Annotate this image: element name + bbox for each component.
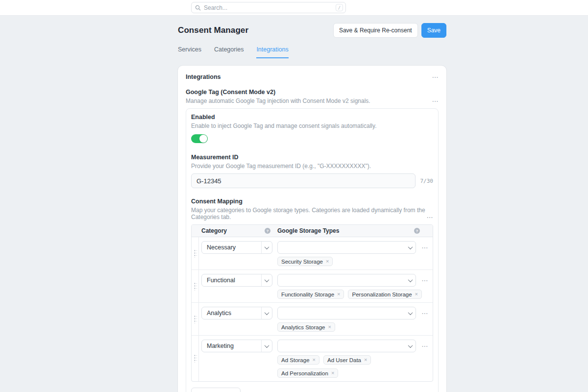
tab-bar: Services Categories Integrations <box>178 46 446 58</box>
tab-categories[interactable]: Categories <box>214 46 244 58</box>
storage-types-select[interactable] <box>277 241 416 254</box>
consent-mapping-field: Consent Mapping Map your categories to G… <box>191 198 433 392</box>
topbar: / <box>0 0 588 16</box>
category-select[interactable]: Marketing <box>201 340 272 352</box>
storage-type-chip: Personalization Storage× <box>348 290 422 299</box>
tab-integrations[interactable]: Integrations <box>256 46 288 58</box>
slash-shortcut-badge: / <box>336 4 343 11</box>
remove-chip-icon[interactable]: × <box>328 324 331 330</box>
storage-help-icon[interactable]: ? <box>414 228 420 234</box>
enabled-description: Enable to inject Google Tag and manage c… <box>191 122 433 129</box>
category-help-icon[interactable]: ? <box>265 228 270 234</box>
table-row: Functional ⋯ <box>192 270 433 303</box>
remove-chip-icon[interactable]: × <box>415 292 418 297</box>
category-select[interactable]: Functional <box>201 274 272 287</box>
row-ellipsis-menu-icon[interactable]: ⋯ <box>421 343 429 349</box>
drag-handle-icon[interactable] <box>194 249 197 258</box>
integrations-card: Integrations ⋯ Google Tag (Consent Mode … <box>178 66 446 392</box>
chevron-down-icon <box>405 340 416 352</box>
remove-chip-icon[interactable]: × <box>326 259 329 264</box>
google-tag-section: Google Tag (Consent Mode v2) Manage auto… <box>186 89 439 392</box>
storage-type-chip: Ad Storage× <box>277 355 319 365</box>
table-row: Analytics ⋯ <box>192 303 433 336</box>
row-ellipsis-menu-icon[interactable]: ⋯ <box>421 310 429 317</box>
toggle-knob <box>199 135 207 143</box>
category-select[interactable]: Necessary <box>201 241 272 254</box>
storage-types-select[interactable] <box>277 274 416 287</box>
storage-type-chip: Ad User Data× <box>323 355 371 365</box>
row-ellipsis-menu-icon[interactable]: ⋯ <box>421 277 429 284</box>
card-title: Integrations <box>186 74 221 80</box>
search-input[interactable] <box>204 4 333 11</box>
measurement-id-label: Measurement ID <box>191 154 433 161</box>
table-row: Marketing ⋯ <box>192 336 433 381</box>
google-tag-enabled-toggle[interactable] <box>191 134 208 143</box>
enabled-field: Enabled Enable to inject Google Tag and … <box>191 114 433 143</box>
chevron-down-icon <box>261 242 272 253</box>
tab-services[interactable]: Services <box>178 46 201 58</box>
google-tag-description: Manage automatic Google Tag injection wi… <box>186 98 370 104</box>
chevron-down-icon <box>261 307 272 319</box>
row-ellipsis-menu-icon[interactable]: ⋯ <box>421 245 429 251</box>
drag-handle-icon[interactable] <box>194 282 197 291</box>
search-icon <box>195 5 201 11</box>
drag-handle-icon[interactable] <box>194 315 197 323</box>
enabled-label: Enabled <box>191 114 433 121</box>
storage-type-chip: Ad Personalization× <box>277 368 338 378</box>
table-header: Category ? Google Storage Types ? <box>192 225 433 237</box>
measurement-id-description: Provide your Google Tag measurement ID (… <box>191 163 433 170</box>
google-tag-panel: Enabled Enable to inject Google Tag and … <box>186 108 439 392</box>
add-mapping-button[interactable]: Add Mapping <box>191 388 241 392</box>
chevron-down-icon <box>405 274 416 286</box>
google-tag-title: Google Tag (Consent Mode v2) <box>186 89 370 96</box>
remove-chip-icon[interactable]: × <box>331 370 334 376</box>
remove-chip-icon[interactable]: × <box>337 292 340 297</box>
drag-handle-icon[interactable] <box>194 354 197 363</box>
measurement-id-field: Measurement ID Provide your Google Tag m… <box>191 154 433 188</box>
storage-types-select[interactable] <box>277 307 416 319</box>
page-title: Consent Manager <box>178 25 248 35</box>
card-ellipsis-menu-icon[interactable]: ⋯ <box>432 74 439 80</box>
consent-mapping-table: Category ? Google Storage Types ? <box>191 224 433 382</box>
storage-types-select[interactable] <box>277 340 416 352</box>
consent-mapping-description: Map your categories to Google storage ty… <box>191 207 427 220</box>
global-search[interactable]: / <box>191 2 346 13</box>
remove-chip-icon[interactable]: × <box>364 357 367 363</box>
chevron-down-icon <box>261 274 272 286</box>
consent-mapping-label: Consent Mapping <box>191 198 427 205</box>
category-select[interactable]: Analytics <box>201 307 272 319</box>
chevron-down-icon <box>405 242 416 253</box>
chevron-down-icon <box>261 340 272 352</box>
remove-chip-icon[interactable]: × <box>313 357 316 363</box>
save-button[interactable]: Save <box>421 23 446 38</box>
char-counter: 7/30 <box>420 178 434 184</box>
consent-mapping-ellipsis-menu-icon[interactable]: ⋯ <box>427 214 434 220</box>
storage-type-chip: Security Storage× <box>277 257 333 266</box>
measurement-id-input[interactable] <box>191 173 416 188</box>
storage-type-chip: Analytics Storage× <box>277 322 335 332</box>
google-tag-ellipsis-menu-icon[interactable]: ⋯ <box>432 98 439 104</box>
storage-column-header: Google Storage Types <box>277 227 339 234</box>
category-column-header: Category <box>201 227 227 234</box>
storage-type-chip: Functionality Storage× <box>277 290 344 299</box>
chevron-down-icon <box>405 307 416 319</box>
save-reconsent-button[interactable]: Save & Require Re-consent <box>333 23 418 38</box>
page-header: Consent Manager Save & Require Re-consen… <box>178 23 446 38</box>
table-row: Necessary ⋯ <box>192 237 433 270</box>
